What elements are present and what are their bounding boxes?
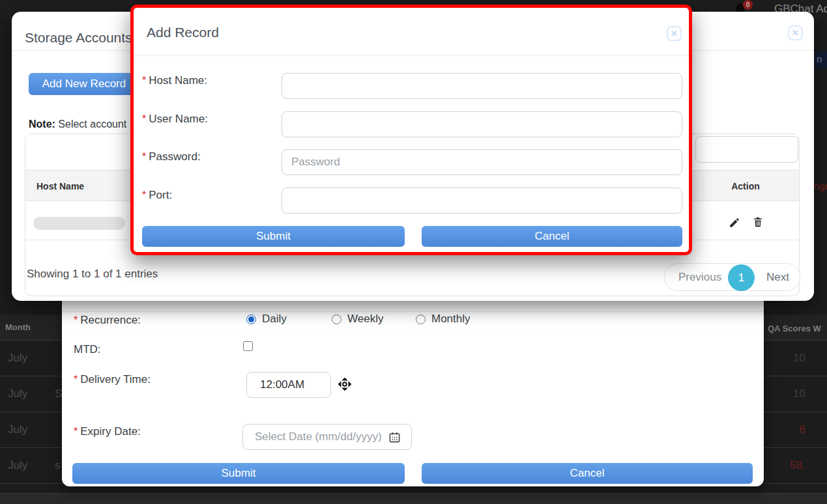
- text-fragment: S: [55, 387, 62, 400]
- daily-radio-label: Daily: [262, 313, 287, 326]
- divider: [134, 55, 689, 55]
- pagination-next[interactable]: Next: [766, 271, 789, 284]
- required-marker: *: [142, 113, 146, 124]
- delivery-time-input[interactable]: [246, 372, 331, 398]
- qa-cell-alert: 58.: [790, 459, 805, 472]
- add-record-cancel-button[interactable]: Cancel: [422, 226, 682, 247]
- delivery-time-label: *Delivery Time:: [74, 373, 151, 386]
- required-marker: *: [74, 374, 78, 385]
- month-cell: July: [8, 387, 27, 400]
- add-new-record-button[interactable]: Add New Record: [29, 73, 139, 95]
- notification-badge: 0: [743, 0, 753, 10]
- column-header-action: Action: [718, 181, 774, 191]
- add-record-modal: Add Record *Host Name: *User Name: *Pass…: [130, 5, 692, 255]
- column-header-host-name: Host Name: [36, 181, 84, 191]
- screen: 0 GBChat Ad Month QA Scores W July 10 Ju…: [0, 0, 827, 504]
- text-fragment: s: [55, 459, 61, 472]
- weekly-radio-label: Weekly: [347, 313, 383, 326]
- note-label: Note:: [29, 119, 55, 130]
- column-header-month: Month: [5, 322, 31, 332]
- expiry-date-label: *Expiry Date:: [74, 425, 141, 438]
- mtd-checkbox[interactable]: [243, 341, 253, 351]
- modal-title: Add Record: [147, 25, 219, 40]
- schedule-cancel-button[interactable]: Cancel: [422, 463, 753, 484]
- mtd-label: MTD:: [74, 343, 101, 356]
- qa-cell-alert: 6: [800, 423, 805, 436]
- required-marker: *: [142, 75, 146, 86]
- recurrence-option-daily[interactable]: Daily: [246, 313, 287, 326]
- pagination: Previous 1 Next: [664, 263, 800, 291]
- expiry-date-input[interactable]: [242, 424, 412, 450]
- table-search-input[interactable]: [695, 136, 798, 163]
- host-name-label: *Host Name:: [142, 74, 207, 87]
- monthly-radio-label: Monthly: [431, 313, 471, 326]
- recurrence-option-weekly[interactable]: Weekly: [332, 313, 383, 326]
- column-header-qa-scores: QA Scores W: [768, 324, 821, 333]
- required-marker: *: [142, 189, 146, 201]
- port-input[interactable]: [282, 188, 682, 214]
- port-label: *Port:: [142, 189, 172, 202]
- month-cell: July: [8, 459, 27, 472]
- pagination-previous[interactable]: Previous: [678, 271, 721, 284]
- user-name-label: *User Name:: [142, 113, 208, 126]
- edit-pencil-icon[interactable]: [729, 217, 740, 229]
- recurrence-label: *Recurrence:: [74, 314, 141, 327]
- close-icon[interactable]: [788, 25, 803, 40]
- monthly-radio[interactable]: [416, 315, 426, 324]
- time-picker-crosshair-icon[interactable]: [336, 376, 353, 393]
- modal-title: Storage Accounts: [25, 30, 132, 46]
- password-input[interactable]: [282, 149, 682, 175]
- note-text: Note: Select account: [29, 119, 126, 130]
- required-marker: *: [142, 151, 146, 162]
- background-bottom-strip: [0, 493, 827, 504]
- qa-cell: 10: [793, 352, 805, 365]
- weekly-radio[interactable]: [332, 315, 341, 324]
- user-name-input[interactable]: [282, 111, 682, 137]
- daily-radio[interactable]: [246, 315, 256, 324]
- add-record-submit-button[interactable]: Submit: [142, 226, 405, 247]
- recurrence-option-monthly[interactable]: Monthly: [416, 313, 471, 326]
- required-marker: *: [74, 315, 78, 326]
- month-cell: July: [8, 352, 27, 365]
- background-nav-fragment: n: [815, 51, 827, 68]
- schedule-submit-button[interactable]: Submit: [72, 463, 405, 484]
- month-cell: July: [8, 423, 27, 436]
- close-icon[interactable]: [667, 26, 682, 41]
- pagination-page-1[interactable]: 1: [728, 264, 755, 291]
- host-name-input[interactable]: [282, 73, 682, 99]
- redacted-host-name: [33, 217, 125, 230]
- divider: [62, 311, 764, 312]
- background-red-fragment: ogr: [814, 180, 827, 191]
- password-label: *Password:: [142, 150, 201, 163]
- required-marker: *: [74, 426, 78, 437]
- delete-trash-icon[interactable]: [752, 216, 764, 229]
- nav-fragment-text: n: [817, 53, 822, 64]
- schedule-report-form: *Recurrence: Daily Weekly Monthly MTD: *…: [62, 293, 764, 486]
- showing-entries-text: Showing 1 to 1 of 1 entries: [27, 268, 158, 281]
- qa-cell: 10: [793, 387, 805, 400]
